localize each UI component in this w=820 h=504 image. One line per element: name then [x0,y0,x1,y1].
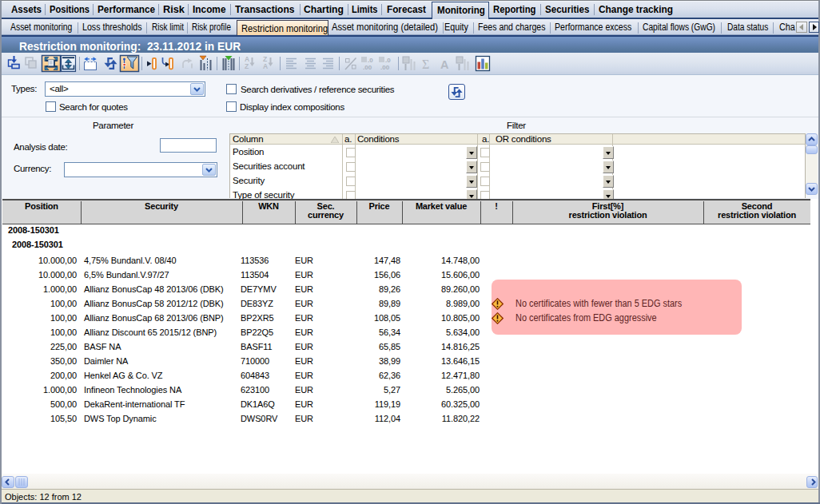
svg-text:.0: .0 [368,57,373,64]
svg-text:A: A [263,62,268,70]
svg-text:Σ: Σ [422,58,429,71]
svg-text:Z: Z [245,62,249,70]
svg-text:.00: .00 [363,64,372,71]
svg-text:.0: .0 [385,57,391,64]
svg-text:A: A [440,58,449,71]
svg-text:.00: .00 [380,64,390,71]
